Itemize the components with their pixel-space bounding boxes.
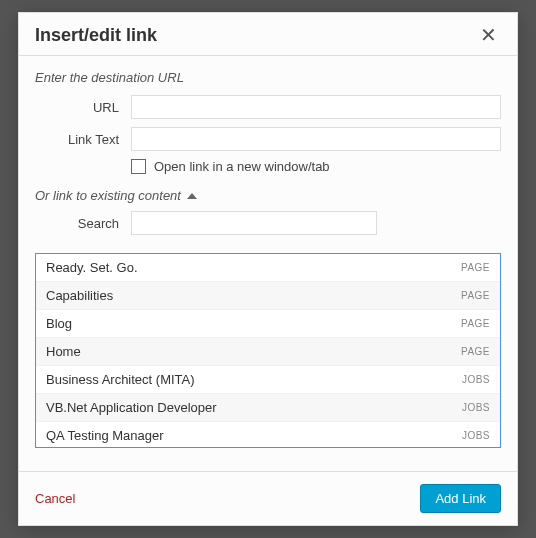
caret-up-icon (187, 193, 197, 199)
result-title: Home (46, 344, 81, 359)
intro-text: Enter the destination URL (35, 70, 501, 85)
cancel-button[interactable]: Cancel (35, 491, 75, 506)
linktext-row: Link Text (35, 127, 501, 151)
result-type: PAGE (461, 290, 490, 301)
result-item[interactable]: HomePAGE (36, 338, 500, 366)
newtab-checkbox[interactable] (131, 159, 146, 174)
modal-title: Insert/edit link (35, 25, 157, 46)
result-title: Capabilities (46, 288, 113, 303)
result-title: Business Architect (MITA) (46, 372, 195, 387)
search-row: Search (35, 211, 501, 235)
result-type: JOBS (462, 430, 490, 441)
modal-header: Insert/edit link ✕ (19, 13, 517, 56)
insert-link-modal: Insert/edit link ✕ Enter the destination… (18, 12, 518, 526)
results-box: Ready. Set. Go.PAGECapabilitiesPAGEBlogP… (35, 253, 501, 448)
result-item[interactable]: BlogPAGE (36, 310, 500, 338)
result-type: PAGE (461, 346, 490, 357)
url-input[interactable] (131, 95, 501, 119)
linktext-input[interactable] (131, 127, 501, 151)
toggle-label: Or link to existing content (35, 188, 181, 203)
results-scroll[interactable]: Ready. Set. Go.PAGECapabilitiesPAGEBlogP… (36, 254, 500, 447)
newtab-label: Open link in a new window/tab (154, 159, 330, 174)
result-item[interactable]: Ready. Set. Go.PAGE (36, 254, 500, 282)
result-item[interactable]: QA Testing ManagerJOBS (36, 422, 500, 447)
existing-content-toggle[interactable]: Or link to existing content (35, 188, 501, 203)
modal-footer: Cancel Add Link (19, 471, 517, 525)
close-icon[interactable]: ✕ (476, 23, 501, 47)
modal-body: Enter the destination URL URL Link Text … (19, 56, 517, 471)
result-item[interactable]: VB.Net Application DeveloperJOBS (36, 394, 500, 422)
result-type: JOBS (462, 374, 490, 385)
result-title: QA Testing Manager (46, 428, 164, 443)
result-title: Ready. Set. Go. (46, 260, 138, 275)
newtab-row: Open link in a new window/tab (35, 159, 501, 174)
result-item[interactable]: CapabilitiesPAGE (36, 282, 500, 310)
result-title: VB.Net Application Developer (46, 400, 217, 415)
search-input[interactable] (131, 211, 377, 235)
add-link-button[interactable]: Add Link (420, 484, 501, 513)
result-item[interactable]: Business Architect (MITA)JOBS (36, 366, 500, 394)
result-type: PAGE (461, 262, 490, 273)
result-title: Blog (46, 316, 72, 331)
url-label: URL (35, 100, 131, 115)
result-type: PAGE (461, 318, 490, 329)
search-label: Search (35, 216, 131, 231)
url-row: URL (35, 95, 501, 119)
result-type: JOBS (462, 402, 490, 413)
linktext-label: Link Text (35, 132, 131, 147)
